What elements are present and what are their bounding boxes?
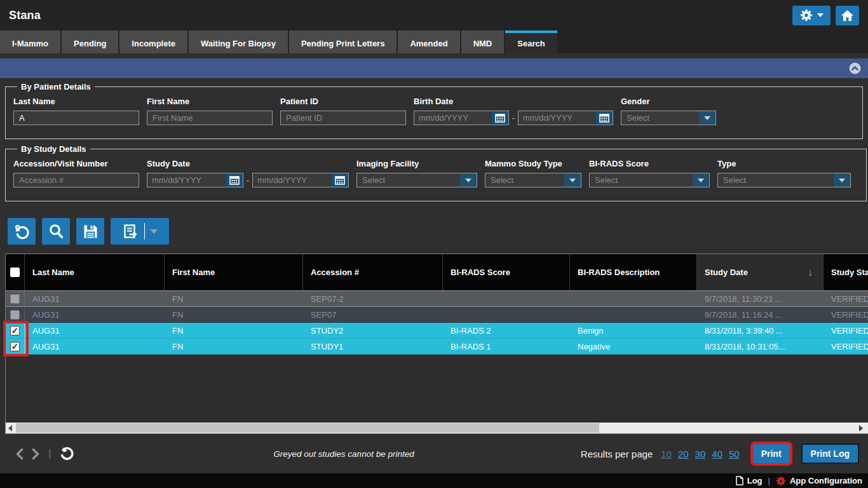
pager-separator: | [48,447,51,460]
last-name-field: Last Name [13,97,139,125]
gender-field: Gender Select [621,97,716,125]
next-page-button[interactable] [32,448,40,460]
header-checkbox-cell [6,254,25,290]
results-table: Last NameFirst NameAccession #BI-RADS Sc… [5,254,868,434]
imaging-facility-select[interactable]: Select [356,173,477,187]
tab-waiting-for-biopsy[interactable]: Waiting For Biopsy [189,30,288,53]
birads-score-label: BI-RADS Score [589,159,710,168]
tab-incomplete[interactable]: Incomplete [119,30,187,53]
home-button[interactable] [836,6,859,25]
birth-date-label: Birth Date [414,97,613,106]
row-checkbox[interactable] [10,342,20,351]
column-header-accession[interactable]: Accession # [303,254,443,290]
results-per-page-10[interactable]: 10 [661,449,672,459]
birth-date-field: Birth Date - [414,97,613,125]
scroll-left-arrow[interactable] [6,423,15,433]
app-configuration-link[interactable]: App Configuration [776,476,862,486]
chevron-left-icon [15,448,24,460]
tab-bar: I-MammoPendingIncompleteWaiting For Biop… [0,30,868,53]
scrollbar-thumb[interactable] [16,423,599,433]
calendar-icon [599,113,609,123]
tab-pending[interactable]: Pending [62,30,118,53]
reset-button[interactable] [8,218,36,245]
study-details-fieldset: By Study Details Accession/Visit Number … [5,144,867,201]
results-per-page-label: Results per page [581,449,653,459]
type-label: Type [717,159,851,168]
column-header-last-name[interactable]: Last Name [25,254,165,290]
cell-first-name: FN [165,294,303,304]
export-report-button[interactable] [111,218,169,245]
accession-input[interactable] [13,173,139,187]
chevron-down-icon [817,13,824,17]
table-row[interactable]: AUG31FNSTUDY1BI-RADS 1Negative8/31/2018,… [6,339,868,355]
patient-id-input[interactable] [280,111,406,125]
cell-bi-rads-score: BI-RADS 2 [443,326,570,336]
birads-score-select[interactable]: Select [589,173,710,187]
first-name-input[interactable] [147,111,273,125]
patient-details-fieldset: By Patient Details Last Name First Name … [5,82,863,139]
save-button[interactable] [76,218,104,245]
birth-date-from-input[interactable] [414,111,492,125]
cell-last-name: AUG31 [25,294,165,304]
cell-study-status: VERIFIED [824,342,868,351]
horizontal-scrollbar[interactable] [6,423,868,433]
study-date-from-input[interactable] [147,173,226,187]
previous-page-button[interactable] [15,448,24,460]
study-date-from-calendar-button[interactable] [226,173,243,187]
column-header-bi-rads-score[interactable]: BI-RADS Score [443,254,570,290]
cell-accession: STUDY2 [303,326,443,336]
tab-i-mammo[interactable]: I-Mammo [0,30,60,53]
type-field: Type Select [717,159,851,187]
row-checkbox [10,310,20,320]
calendar-icon [495,113,505,123]
type-select[interactable]: Select [717,173,851,187]
mammo-study-type-field: Mammo Study Type Select [485,159,581,187]
birth-date-to-input[interactable] [519,111,596,125]
select-all-checkbox[interactable] [10,268,20,277]
calendar-icon [335,175,345,185]
column-header-study-status[interactable]: Study Status [824,254,868,290]
results-per-page-30[interactable]: 30 [695,449,706,459]
tab-search[interactable]: Search [505,30,557,53]
settings-button[interactable] [792,6,831,25]
search-icon [48,223,65,240]
dropdown-caret-icon[interactable] [150,229,158,234]
log-link[interactable]: Log [736,476,763,485]
cell-first-name: FN [165,326,303,336]
cell-accession: STUDY1 [303,342,443,351]
mammo-study-type-select[interactable]: Select [485,173,581,187]
study-date-to-input[interactable] [253,173,332,187]
birth-date-to-calendar-button[interactable] [596,111,613,125]
cell-study-status: VERIFIED [824,294,868,304]
row-checkbox[interactable] [10,326,20,336]
refresh-button[interactable] [59,447,74,461]
table-row: AUG31FNSEP079/7/2018, 11:16:24 ...VERIFI… [6,307,868,323]
top-bar-actions [792,6,859,25]
calendar-icon [229,175,240,185]
first-name-label: First Name [147,97,273,106]
results-per-page-20[interactable]: 20 [678,449,689,459]
tab-pending-print-letters[interactable]: Pending Print Letters [289,30,397,53]
gender-select[interactable]: Select [621,111,716,125]
print-log-button[interactable]: Print Log [801,444,859,464]
last-name-input[interactable] [13,111,139,125]
results-per-page-40[interactable]: 40 [712,449,722,459]
tab-nmd[interactable]: NMD [461,30,505,53]
column-header-bi-rads-description[interactable]: BI-RADS Description [570,254,697,290]
study-date-to-calendar-button[interactable] [332,173,348,187]
birth-date-from-calendar-button[interactable] [492,111,508,125]
search-button[interactable] [42,218,70,245]
column-header-first-name[interactable]: First Name [165,254,303,290]
table-row[interactable]: AUG31FNSTUDY2BI-RADS 2Benign8/31/2018, 3… [6,323,868,339]
cell-bi-rads-description: Benign [570,326,697,336]
undo-refresh-icon [59,447,74,461]
cell-accession: SEP07 [303,310,443,320]
scroll-right-arrow[interactable] [857,423,865,433]
column-header-study-date[interactable]: Study Date↓ [697,254,824,290]
tab-amended[interactable]: Amended [398,30,459,53]
collapse-panel-button[interactable] [849,62,861,74]
print-button[interactable]: Print [753,444,790,463]
cell-study-date: 9/7/2018, 11:30:21 ... [697,294,824,304]
results-per-page-50[interactable]: 50 [729,449,740,459]
accession-field: Accession/Visit Number [13,159,139,187]
